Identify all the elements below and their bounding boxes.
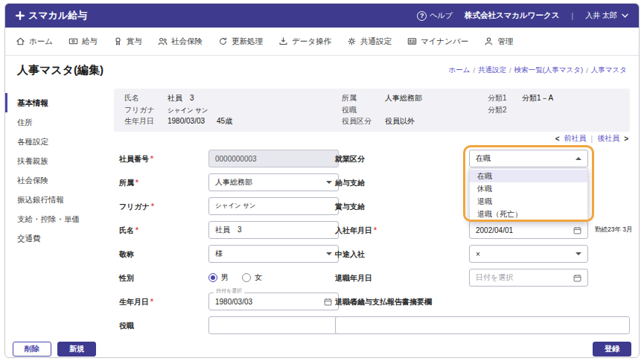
- nav-label: データ操作: [292, 36, 331, 47]
- company-name: 株式会社スマカルワークス: [465, 10, 560, 21]
- department-select[interactable]: 人事総務部: [208, 173, 339, 191]
- breadcrumb-separator: /: [509, 66, 511, 74]
- help-link[interactable]: ? ヘルプ: [417, 10, 453, 21]
- nav-label: 社会保険: [171, 36, 203, 47]
- employment-status-select[interactable]: 在職: [469, 150, 588, 167]
- sidebar-item-bank-transfer[interactable]: 振込銀行情報: [5, 190, 108, 209]
- breadcrumb-link-settings[interactable]: 共通設定: [478, 66, 506, 75]
- retire-date-input[interactable]: 日付を選択: [469, 269, 588, 287]
- honorific-label: 敬称: [119, 249, 134, 260]
- next-employee-link[interactable]: 後社員: [597, 133, 619, 144]
- birth-date-input[interactable]: 1980/03/03: [208, 293, 339, 310]
- employee-pager: < 前社員 | 後社員 >: [555, 133, 628, 144]
- breadcrumb-separator: /: [473, 66, 475, 74]
- mid-career-select[interactable]: ×: [469, 245, 588, 263]
- summary-dept-label: 所属: [342, 93, 385, 104]
- help-icon: ?: [417, 11, 427, 21]
- hire-date-input[interactable]: 2002/04/01: [469, 221, 588, 239]
- nav-item-mynumber[interactable]: マイナンバー: [407, 36, 468, 47]
- delete-button[interactable]: 削除: [13, 342, 51, 357]
- radio-checked-icon: [208, 273, 217, 282]
- chevron-down-icon: [326, 181, 332, 184]
- user-name: 入井 太郎: [585, 10, 617, 21]
- people-icon: [158, 36, 168, 46]
- calendar-icon: [573, 274, 581, 282]
- radio-unchecked-icon: [242, 273, 251, 282]
- page-title: 人事マスタ(編集): [17, 63, 103, 77]
- sidebar-item-social-insurance[interactable]: 社会保険: [5, 170, 108, 190]
- nav-label: 給与: [82, 36, 98, 47]
- help-label: ヘルプ: [430, 10, 453, 21]
- person-icon: [484, 36, 494, 46]
- gender-radio-female[interactable]: 女: [242, 272, 262, 283]
- summary-col-2: 所属人事総務部 役職 役員区分役員以外: [342, 93, 488, 127]
- employment-status-dropdown: 在職 休職 退職 退職（死亡）: [469, 168, 588, 222]
- sidebar-item-commute[interactable]: 交通費: [5, 229, 108, 248]
- nav-label: 管理: [497, 36, 513, 47]
- sidebar-item-address[interactable]: 住所: [5, 112, 108, 132]
- dropdown-option-active[interactable]: 在職: [470, 170, 587, 182]
- summary-age-value: 45歳: [217, 116, 232, 127]
- prev-employee-arrow[interactable]: <: [555, 135, 560, 143]
- nav-item-social-insurance[interactable]: 社会保険: [158, 36, 203, 47]
- footer-bar: 削除 新規 登録: [5, 339, 639, 358]
- gender-radio-male[interactable]: 男: [208, 272, 229, 283]
- summary-class1-label: 分類1: [488, 93, 522, 104]
- gender-radio-group: 男 女: [208, 269, 262, 287]
- nav-item-data-ops[interactable]: データ操作: [278, 36, 331, 47]
- sidebar-item-basic-info[interactable]: 基本情報: [5, 93, 108, 112]
- summary-birth-label: 生年月日: [124, 116, 168, 127]
- department-label: 所属*: [119, 178, 138, 188]
- nav-item-update[interactable]: 更新処理: [218, 36, 263, 47]
- sidebar-item-pay-deduction-unit[interactable]: 支給・控除・単価: [5, 209, 108, 229]
- nav-item-salary[interactable]: 給与: [68, 36, 98, 47]
- dropdown-option-retired-deceased[interactable]: 退職（死亡）: [470, 208, 587, 220]
- furigana-input[interactable]: シャイン サン: [208, 197, 339, 215]
- summary-col-1: 氏名社員 3 フリガナシャイン サン 生年月日1980/03/0345歳: [124, 93, 342, 127]
- download-tray-icon: [278, 36, 288, 46]
- honorific-select[interactable]: 様: [208, 245, 339, 263]
- breadcrumb-link-search-list[interactable]: 検索一覧(人事マスタ): [514, 66, 584, 75]
- calendar-icon: [324, 298, 332, 306]
- post-label: 役職: [119, 321, 134, 331]
- name-input[interactable]: 社員 3: [208, 221, 339, 239]
- retire-note-input[interactable]: [335, 316, 630, 334]
- nav-item-home[interactable]: ホーム: [16, 36, 53, 47]
- main-content: 氏名社員 3 フリガナシャイン サン 生年月日1980/03/0345歳 所属人…: [108, 84, 639, 339]
- retire-note-label: 退職者給与支払報告書摘要欄: [335, 297, 432, 307]
- next-employee-arrow[interactable]: >: [624, 135, 628, 143]
- new-button[interactable]: 新規: [57, 342, 96, 357]
- summary-name-value: 社員 3: [168, 93, 194, 104]
- nav-item-settings[interactable]: 共通設定: [347, 36, 392, 47]
- chevron-down-icon: [622, 13, 628, 18]
- header-divider: |: [572, 12, 574, 20]
- sidebar-item-various-settings[interactable]: 各種設定: [5, 132, 108, 151]
- dropdown-option-retired[interactable]: 退職: [470, 195, 587, 208]
- required-mark: *: [136, 179, 138, 187]
- user-menu[interactable]: 入井 太郎: [585, 10, 628, 21]
- id-card-icon: [407, 36, 417, 46]
- summary-officer-label: 役員区分: [342, 116, 385, 127]
- register-button[interactable]: 登録: [593, 342, 631, 357]
- birth-date-label: 生年月日*: [119, 297, 153, 307]
- home-icon: [16, 36, 25, 46]
- summary-dept-value: 人事総務部: [385, 93, 422, 104]
- pager-divider: |: [591, 135, 593, 143]
- breadcrumb-link-home[interactable]: ホーム: [448, 66, 470, 75]
- nav-item-bonus[interactable]: 賞与: [113, 36, 142, 47]
- nav-label: ホーム: [29, 36, 53, 47]
- retire-date-label: 退職年月日: [335, 273, 372, 284]
- app-logo[interactable]: スマカル給与: [16, 9, 87, 22]
- post-input[interactable]: [208, 316, 339, 334]
- prev-employee-link[interactable]: 前社員: [564, 133, 587, 144]
- dropdown-option-leave[interactable]: 休職: [470, 182, 587, 195]
- summary-class1-value: 分類1－A: [522, 93, 553, 104]
- breadcrumb-separator: /: [586, 66, 588, 74]
- main-nav: ホーム 給与 賞与 社会保険 更新処理 データ操作 共通設定 マイナンバー: [5, 28, 639, 56]
- gear-icon: [347, 36, 357, 46]
- sidebar-item-dependents[interactable]: 扶養親族: [5, 151, 108, 170]
- summary-class2-label: 分類2: [488, 105, 522, 116]
- banknote-icon: [68, 36, 78, 46]
- nav-item-admin[interactable]: 管理: [484, 36, 513, 47]
- employee-number-input: 0000000003: [208, 150, 339, 167]
